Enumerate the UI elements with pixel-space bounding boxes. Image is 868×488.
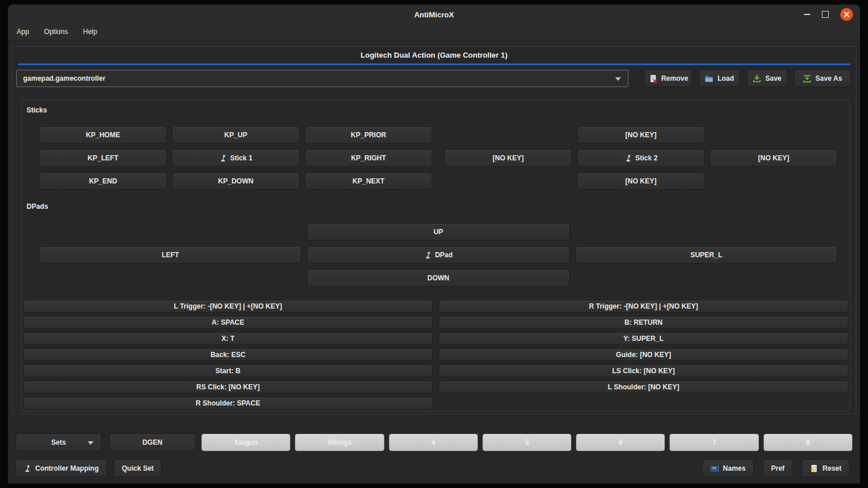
- save-as-button[interactable]: Save As: [794, 70, 851, 87]
- set-tab-7[interactable]: 7: [669, 434, 758, 451]
- joystick-icon: [219, 155, 227, 162]
- set-tab-4[interactable]: 4: [389, 434, 478, 451]
- names-button[interactable]: Names: [702, 460, 754, 477]
- document-revert-icon: [810, 464, 818, 473]
- maximize-icon[interactable]: [822, 11, 829, 18]
- controller-mapping-label: Controller Mapping: [35, 464, 99, 472]
- controller-tab-title[interactable]: Logitech Dual Action (Game Controller 1): [12, 51, 856, 59]
- text-field-icon: [710, 464, 719, 473]
- l-shoulder-button[interactable]: L Shoulder: [NO KEY]: [439, 381, 848, 393]
- footer-left: Controller Mapping Quick Set: [16, 460, 162, 477]
- back-button[interactable]: Back: ESC: [23, 348, 433, 361]
- dpad-up-button[interactable]: UP: [307, 223, 569, 241]
- load-button-label: Load: [717, 74, 734, 82]
- app-window: AntiMicroX App Options Help Logitech Dua…: [8, 5, 860, 483]
- menu-app[interactable]: App: [17, 28, 29, 36]
- remove-button-label: Remove: [661, 74, 689, 82]
- pref-button[interactable]: Pref: [763, 460, 792, 477]
- stick1-up-right-button[interactable]: KP_PRIOR: [305, 126, 432, 144]
- set-tab-xargon[interactable]: Xargon: [201, 434, 290, 451]
- chevron-down-icon: [88, 441, 93, 445]
- r-shoulder-button[interactable]: R Shoulder: SPACE: [23, 397, 433, 410]
- quick-set-label: Quick Set: [122, 464, 154, 472]
- joystick-icon: [24, 465, 31, 472]
- menu-bar: App Options Help: [8, 24, 860, 39]
- stick1-left-button[interactable]: KP_LEFT: [39, 149, 167, 167]
- stick1-grid: KP_HOME KP_UP KP_PRIOR KP_LEFT Stick 1 K…: [39, 126, 432, 190]
- dpads-heading: DPads: [27, 202, 48, 211]
- ls-click-button[interactable]: LS Click: [NO KEY]: [439, 365, 848, 377]
- sticks-section: KP_HOME KP_UP KP_PRIOR KP_LEFT Stick 1 K…: [39, 126, 837, 190]
- stick1-center-label: Stick 1: [230, 154, 253, 162]
- window-title: AntiMicroX: [414, 10, 454, 19]
- close-x-icon: [844, 12, 850, 17]
- sets-dropdown[interactable]: Sets: [16, 434, 102, 451]
- dpad-grid: UP LEFT DPad SUPER_L DOWN: [39, 223, 837, 287]
- save-button[interactable]: Save: [747, 70, 787, 87]
- a-button[interactable]: A: SPACE: [23, 316, 433, 329]
- window-controls: [804, 5, 853, 24]
- joystick-icon: [424, 251, 432, 259]
- stick2-right-button[interactable]: [NO KEY]: [710, 149, 837, 167]
- dpad-right-button[interactable]: SUPER_L: [575, 246, 837, 264]
- reset-label: Reset: [822, 464, 841, 472]
- tab-active-indicator: [18, 63, 850, 65]
- chevron-down-icon: [615, 77, 621, 81]
- start-button[interactable]: Start: B: [23, 365, 433, 377]
- quick-set-button[interactable]: Quick Set: [114, 460, 162, 477]
- profile-row: gamepad.gamecontroller Remove Load Sav: [16, 70, 851, 87]
- remove-button[interactable]: Remove: [645, 70, 692, 87]
- controller-mapping-button[interactable]: Controller Mapping: [16, 460, 107, 477]
- l-trigger-button[interactable]: L Trigger: -[NO KEY] | +[NO KEY]: [23, 300, 433, 313]
- stick1-down-left-button[interactable]: KP_END: [39, 172, 167, 190]
- stick2-down-button[interactable]: [NO KEY]: [577, 172, 705, 190]
- dpad-left-button[interactable]: LEFT: [39, 246, 301, 264]
- set-tab-5[interactable]: 5: [482, 434, 571, 451]
- pref-label: Pref: [771, 464, 784, 472]
- dpad-down-button[interactable]: DOWN: [307, 269, 569, 287]
- stick1-down-button[interactable]: KP_DOWN: [172, 172, 300, 190]
- menu-help[interactable]: Help: [83, 28, 98, 36]
- profile-combobox-value: gamepad.gamecontroller: [23, 74, 106, 82]
- y-button[interactable]: Y: SUPER_L: [439, 332, 848, 345]
- profile-combobox[interactable]: gamepad.gamecontroller: [16, 70, 628, 87]
- rs-click-button[interactable]: RS Click: [NO KEY]: [23, 381, 433, 393]
- assignments-grid: L Trigger: -[NO KEY] | +[NO KEY] R Trigg…: [23, 300, 848, 410]
- stick2-left-button[interactable]: [NO KEY]: [444, 149, 572, 167]
- set-tab-dgen[interactable]: DGEN: [109, 434, 196, 451]
- load-button[interactable]: Load: [699, 70, 740, 87]
- footer-right: Names Pref Reset: [702, 460, 850, 477]
- stick2-grid: [NO KEY] [NO KEY] Stick 2 [NO KEY] [NO K…: [444, 126, 837, 190]
- folder-open-icon: [705, 74, 713, 83]
- save-button-label: Save: [765, 74, 781, 82]
- minimize-icon[interactable]: [804, 14, 810, 15]
- set-tab-vikings[interactable]: Vikings: [295, 434, 384, 451]
- title-bar[interactable]: AntiMicroX: [8, 5, 860, 24]
- stick2-up-button[interactable]: [NO KEY]: [577, 126, 705, 144]
- close-button[interactable]: [840, 8, 853, 21]
- save-as-button-label: Save As: [815, 74, 842, 82]
- dpad-center-label: DPad: [435, 251, 453, 259]
- stick2-center-button[interactable]: Stick 2: [577, 149, 705, 167]
- stick1-center-button[interactable]: Stick 1: [172, 149, 300, 167]
- x-button[interactable]: X: T: [23, 332, 433, 345]
- mapping-frame: Sticks KP_HOME KP_UP KP_PRIOR KP_LEFT St…: [21, 100, 850, 411]
- set-tab-8[interactable]: 8: [764, 434, 852, 451]
- stick1-up-left-button[interactable]: KP_HOME: [39, 126, 167, 144]
- r-trigger-button[interactable]: R Trigger: -[NO KEY] | +[NO KEY]: [439, 300, 848, 313]
- joystick-icon: [624, 155, 632, 162]
- controller-tab-panel: Logitech Dual Action (Game Controller 1)…: [12, 46, 856, 414]
- stick1-up-button[interactable]: KP_UP: [172, 126, 300, 144]
- stick1-down-right-button[interactable]: KP_NEXT: [305, 172, 432, 190]
- reset-button[interactable]: Reset: [802, 460, 850, 477]
- save-icon: [753, 74, 761, 83]
- guide-button[interactable]: Guide: [NO KEY]: [439, 348, 848, 361]
- stick1-right-button[interactable]: KP_RIGHT: [305, 149, 432, 167]
- names-label: Names: [723, 464, 746, 472]
- stick2-center-label: Stick 2: [635, 154, 658, 162]
- set-tab-6[interactable]: 6: [576, 434, 665, 451]
- b-button[interactable]: B: RETURN: [439, 316, 848, 329]
- document-delete-icon: [649, 74, 657, 83]
- dpad-center-button[interactable]: DPad: [307, 246, 569, 264]
- menu-options[interactable]: Options: [44, 28, 68, 36]
